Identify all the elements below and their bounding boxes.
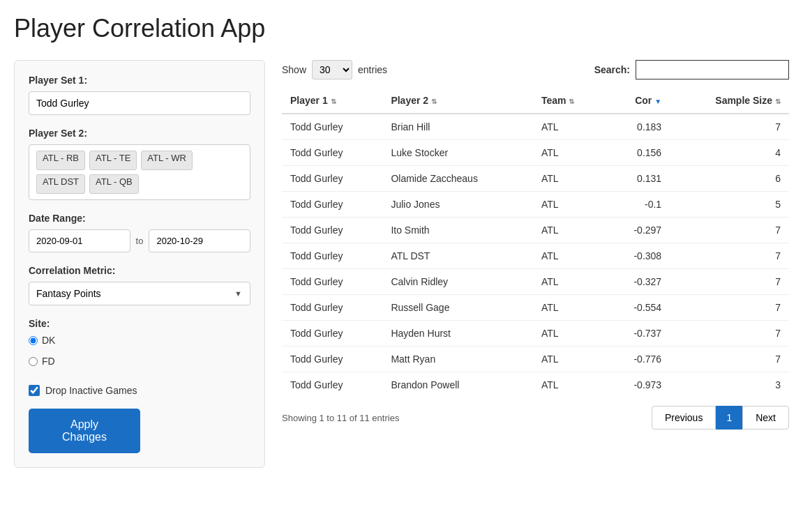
show-entries-select[interactable]: 10253050100 [312,60,352,79]
cell-team: ATL [533,243,606,269]
table-row: Todd GurleyBrian HillATL0.1837 [282,114,789,140]
cell-sample_size: 7 [670,114,789,140]
previous-button[interactable]: Previous [652,406,716,430]
cell-sample_size: 5 [670,192,789,218]
site-group: Site: DK FD [29,318,250,372]
cell-team: ATL [533,218,606,243]
correlation-metric-select[interactable]: Fantasy PointsPoints AllowedYards [29,282,250,305]
sidebar: Player Set 1: Player Set 2: ATL - RBATL … [14,60,265,468]
cell-sample_size: 7 [670,269,789,295]
col-header-team[interactable]: Team ⇅ [533,88,606,114]
site-radio-fd[interactable] [29,357,38,366]
cell-player1: Todd Gurley [282,347,382,372]
sort-icon-team: ⇅ [569,98,574,105]
cell-player1: Todd Gurley [282,321,382,347]
show-label: Show [282,64,306,75]
cell-player2: Calvin Ridley [382,269,533,295]
table-row: Todd GurleyMatt RyanATL-0.7767 [282,347,789,372]
cell-player1: Todd Gurley [282,295,382,321]
sort-icon-sample_size: ⇅ [775,98,781,105]
col-header-sample_size[interactable]: Sample Size ⇅ [670,88,789,114]
cell-team: ATL [533,295,606,321]
data-table: Player 1 ⇅Player 2 ⇅Team ⇅Cor ▼Sample Si… [282,88,789,397]
player-set-2-group: Player Set 2: ATL - RBATL - TEATL - WRAT… [29,128,250,200]
cell-player2: ATL DST [382,243,533,269]
cell-sample_size: 6 [670,166,789,192]
cell-cor: -0.308 [606,243,670,269]
correlation-metric-group: Correlation Metric: Fantasy PointsPoints… [29,265,250,305]
cell-player2: Olamide Zaccheaus [382,166,533,192]
cell-sample_size: 7 [670,295,789,321]
site-label: Site: [29,318,250,329]
cell-cor: -0.776 [606,347,670,372]
cell-player2: Russell Gage [382,295,533,321]
show-entries: Show 10253050100 entries [282,60,387,79]
cell-player2: Brian Hill [382,114,533,140]
date-range-group: Date Range: to [29,213,250,252]
cell-team: ATL [533,269,606,295]
drop-inactive-checkbox[interactable] [29,385,40,396]
player-set-1-input[interactable] [29,91,250,115]
cell-player2: Julio Jones [382,192,533,218]
cell-team: ATL [533,321,606,347]
cell-cor: -0.554 [606,295,670,321]
drop-inactive-label: Drop Inactive Games [45,385,137,396]
site-radio-dk[interactable] [29,336,38,345]
app-title: Player Correlation App [14,14,789,43]
cell-cor: -0.297 [606,218,670,243]
cell-team: ATL [533,166,606,192]
player-set-2-tags[interactable]: ATL - RBATL - TEATL - WRATL DSTATL - QB [29,144,250,200]
drop-inactive-row: Drop Inactive Games [29,385,250,396]
next-button[interactable]: Next [742,406,789,430]
page-1-button[interactable]: 1 [716,406,742,430]
date-range-label: Date Range: [29,213,250,224]
col-header-cor[interactable]: Cor ▼ [606,88,670,114]
col-header-player2[interactable]: Player 2 ⇅ [382,88,533,114]
player-set-2-tag: ATL - TE [89,151,137,170]
table-controls: Show 10253050100 entries Search: [282,60,789,79]
entries-label: entries [358,64,387,75]
cell-player2: Luke Stocker [382,140,533,166]
date-to-input[interactable] [149,229,250,252]
cell-player1: Todd Gurley [282,114,382,140]
search-label: Search: [594,64,630,75]
table-header: Player 1 ⇅Player 2 ⇅Team ⇅Cor ▼Sample Si… [282,88,789,114]
cell-sample_size: 7 [670,321,789,347]
player-set-2-tag: ATL - WR [141,151,193,170]
table-row: Todd GurleyIto SmithATL-0.2977 [282,218,789,243]
site-radio-label-fd[interactable]: FD [29,356,250,367]
cell-player1: Todd Gurley [282,243,382,269]
table-row: Todd GurleyRussell GageATL-0.5547 [282,295,789,321]
cell-team: ATL [533,372,606,398]
date-from-input[interactable] [29,229,130,252]
cell-player2: Ito Smith [382,218,533,243]
date-separator: to [136,236,144,246]
cell-team: ATL [533,192,606,218]
sort-icon-player1: ⇅ [331,98,336,105]
cell-cor: 0.131 [606,166,670,192]
player-set-2-tag: ATL - RB [36,151,85,170]
cell-cor: -0.737 [606,321,670,347]
cell-sample_size: 7 [670,347,789,372]
apply-changes-button[interactable]: Apply Changes [29,409,140,453]
table-row: Todd GurleyATL DSTATL-0.3087 [282,243,789,269]
cell-player1: Todd Gurley [282,192,382,218]
cell-sample_size: 7 [670,243,789,269]
cell-player2: Hayden Hurst [382,321,533,347]
player-set-1-label: Player Set 1: [29,75,250,86]
cell-player1: Todd Gurley [282,269,382,295]
cell-player1: Todd Gurley [282,140,382,166]
site-radio-label-dk[interactable]: DK [29,335,250,346]
cell-sample_size: 4 [670,140,789,166]
cell-cor: 0.183 [606,114,670,140]
date-range-row: to [29,229,250,252]
player-set-1-group: Player Set 1: [29,75,250,115]
table-row: Todd GurleyJulio JonesATL-0.15 [282,192,789,218]
sort-icon-player2: ⇅ [431,98,437,105]
cell-cor: 0.156 [606,140,670,166]
search-input[interactable] [636,60,789,79]
table-row: Todd GurleyBrandon PowellATL-0.9733 [282,372,789,398]
cell-player1: Todd Gurley [282,372,382,398]
player-set-2-tag: ATL DST [36,174,85,194]
col-header-player1[interactable]: Player 1 ⇅ [282,88,382,114]
